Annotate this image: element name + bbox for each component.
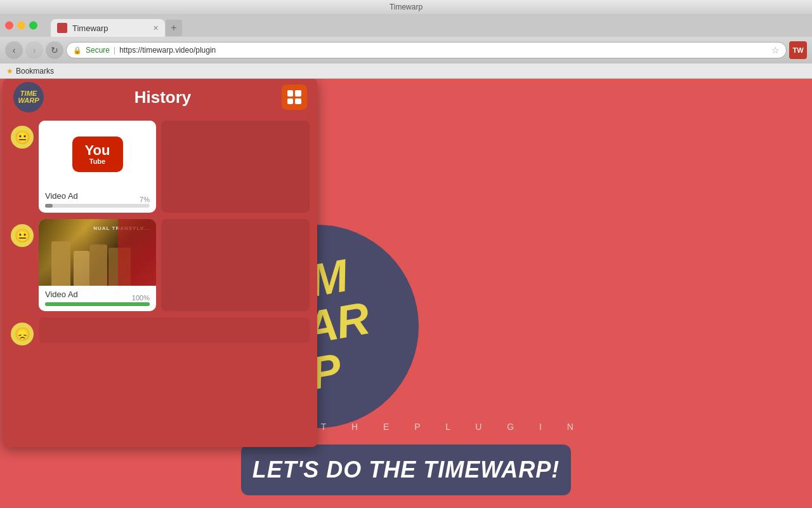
dim-area-1 (161, 121, 310, 213)
back-button[interactable]: ‹ (5, 41, 23, 59)
progress-bar-2: 100% (45, 302, 150, 306)
close-button[interactable] (5, 22, 13, 30)
extension-icon[interactable]: TW (789, 41, 807, 59)
url-separator: | (114, 46, 115, 55)
video-label-1: Video Ad (45, 191, 150, 201)
progress-fill-1 (45, 204, 53, 208)
dim-area-3 (39, 318, 310, 343)
emoji-sad: 😞 (11, 323, 34, 345)
figure-2 (74, 251, 89, 286)
forward-button[interactable]: › (25, 41, 43, 59)
page-content: TIMWARP G E T T H E P L U G I N LET'S DO… (0, 79, 812, 508)
emoji-neutral-1: 😐 (11, 126, 34, 149)
history-popup: TIMEWARP History 😐 (3, 79, 317, 447)
grid-icon (287, 90, 301, 104)
history-item-3: 😞 (11, 318, 310, 345)
bookmark-star-button[interactable]: ☆ (771, 45, 780, 55)
reload-button[interactable]: ↻ (46, 41, 63, 59)
progress-pct-2: 100% (132, 294, 150, 302)
title-bar-text: Timewarp (390, 3, 422, 11)
lock-icon: 🔒 (73, 46, 82, 55)
popup-header: TIMEWARP History (3, 79, 317, 116)
secure-label: Secure (86, 46, 110, 55)
youtube-logo: You Tube (72, 137, 123, 172)
new-tab-shape: + (166, 20, 182, 36)
cta-button[interactable]: LET'S DO THE TIMEWARP! (241, 444, 571, 495)
video-card-2[interactable]: NUAL TRANSYLV... Video Ad (39, 219, 156, 311)
minimize-button[interactable] (17, 22, 25, 30)
cta-text: LET'S DO THE TIMEWARP! (252, 457, 560, 483)
dim-area-2 (161, 219, 310, 311)
emoji-neutral-2: 😐 (11, 224, 34, 247)
tab-bar: Timewarp ✕ + (0, 14, 812, 37)
video-info-2: Video Ad 100% (39, 286, 156, 311)
video-card-1[interactable]: You Tube Video Ad 7% (39, 121, 156, 213)
popup-body: 😐 You Tube Video Ad (3, 116, 317, 357)
curtain (118, 219, 156, 286)
popup-logo: TIMEWARP (13, 82, 44, 112)
progress-fill-2 (45, 302, 150, 306)
video-info-1: Video Ad 7% (39, 187, 156, 213)
bookmarks-bar: ★ Bookmarks (0, 64, 812, 79)
tab-close-button[interactable]: ✕ (153, 24, 159, 32)
tab-favicon (57, 23, 67, 33)
new-tab-button[interactable]: + (165, 19, 183, 37)
os-title-bar: Timewarp (0, 0, 812, 14)
popup-title: History (134, 88, 192, 107)
omnibar-row: ‹ › ↻ 🔒 Secure | https://timewarp.video/… (0, 37, 812, 64)
progress-bar-1: 7% (45, 204, 150, 208)
address-bar[interactable]: 🔒 Secure | https://timewarp.video/plugin… (66, 42, 787, 58)
youtube-text: You (85, 144, 110, 157)
history-item-1: 😐 You Tube Video Ad (11, 121, 310, 213)
maximize-button[interactable] (29, 22, 37, 30)
figure-1 (51, 241, 70, 286)
figure-3 (89, 244, 107, 286)
active-tab[interactable]: Timewarp ✕ (51, 19, 165, 37)
popup-logo-text: TIMEWARP (18, 90, 39, 104)
grid-view-button[interactable] (282, 84, 307, 110)
scene-bg: NUAL TRANSYLV... (39, 219, 156, 286)
video-thumb-scene: NUAL TRANSYLV... (39, 219, 156, 286)
url-text: https://timewarp.video/plugin (119, 46, 216, 55)
bookmarks-star-icon: ★ (6, 67, 13, 76)
youtube-sub: Tube (85, 157, 110, 165)
history-item-2: 😐 NUAL TRANSYLV... (11, 219, 310, 311)
bookmarks-label: Bookmarks (16, 67, 54, 76)
progress-pct-1: 7% (140, 196, 150, 203)
tab-title: Timewarp (72, 23, 108, 33)
video-thumb-youtube: You Tube (39, 121, 156, 187)
